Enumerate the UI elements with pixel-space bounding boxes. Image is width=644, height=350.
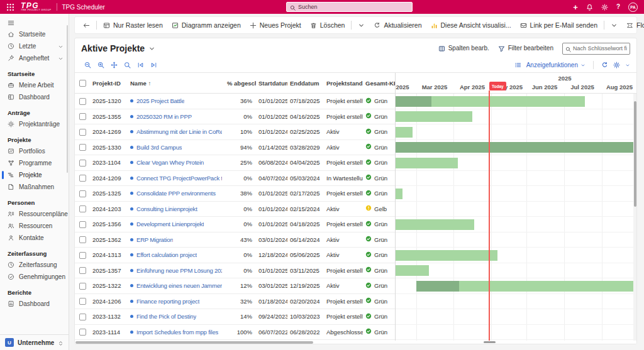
- environment-switcher[interactable]: U Unternehmen: [0, 334, 69, 350]
- refresh-button[interactable]: Aktualisieren: [369, 18, 426, 32]
- project-name-link[interactable]: Effort calculation project: [136, 251, 197, 258]
- sidebar-item-ressourcenpl-ne[interactable]: Ressourcenpläne: [0, 208, 69, 220]
- chevron-down-icon[interactable]: [625, 62, 630, 68]
- table-row[interactable]: 2024-1209Connect TPG ProjectPowerPack to…: [75, 171, 395, 187]
- project-name-link[interactable]: Consolidate PPP environments: [136, 190, 216, 197]
- help-icon[interactable]: ?: [616, 4, 620, 10]
- table-row[interactable]: 2025-1357Einführung neue PPM Lösung 2025…: [75, 263, 395, 279]
- gantt-bar[interactable]: [396, 265, 429, 276]
- table-row[interactable]: 2025-135520250320 RM in PPP0%01/01/20250…: [75, 109, 395, 125]
- column-header-name[interactable]: Name ↑: [128, 80, 225, 87]
- sidebar-item-zeiterfassung[interactable]: Zeiterfassung: [0, 259, 69, 271]
- search-icon[interactable]: [124, 61, 131, 69]
- sidebar-item-meine-arbeit[interactable]: Meine Arbeit: [0, 79, 69, 91]
- gantt-bar[interactable]: [396, 142, 633, 153]
- project-name-link[interactable]: Import Schedules from mpp files: [136, 329, 218, 336]
- project-name-link[interactable]: Find the Pick of Destiny: [136, 313, 196, 320]
- table-row[interactable]: 2025-1356Development Linienprojekt0%01/0…: [75, 217, 395, 232]
- show-diagram-button[interactable]: Diagramm anzeigen: [167, 18, 245, 32]
- table-horizontal-scrollbar[interactable]: [75, 341, 313, 344]
- project-name-link[interactable]: Clear Vegan Whey Protein: [136, 159, 204, 166]
- row-checkbox[interactable]: [79, 160, 86, 167]
- global-search[interactable]: [286, 2, 413, 12]
- row-checkbox[interactable]: [79, 113, 86, 120]
- gantt-bar[interactable]: [396, 96, 585, 107]
- gantt-horizontal-scrollbar[interactable]: [484, 341, 496, 343]
- sidebar-item-startseite[interactable]: Startseite: [0, 28, 69, 40]
- flow-button[interactable]: Flow: [622, 18, 644, 32]
- gantt-bar[interactable]: [396, 158, 458, 168]
- zoom-in-icon[interactable]: [97, 61, 104, 69]
- column-header-gesamt-kpi[interactable]: Gesamt-KPI: [363, 80, 396, 87]
- column-header-projekt-id[interactable]: Projekt-ID: [90, 80, 128, 87]
- project-name-link[interactable]: Development Linienprojekt: [136, 221, 204, 227]
- project-name-link[interactable]: Entwicklung eines neuen Jammers: [136, 282, 222, 289]
- row-checkbox[interactable]: [79, 267, 86, 274]
- sidebar-item-dashboard[interactable]: Dashboard: [0, 298, 69, 310]
- project-name-link[interactable]: Abstimmung mit der Linie in CoReSuite: [136, 128, 222, 135]
- select-all-checkbox[interactable]: [79, 80, 86, 87]
- gantt-bar[interactable]: [416, 281, 633, 292]
- table-row[interactable]: 2024-1269Abstimmung mit der Linie in CoR…: [75, 124, 395, 140]
- sidebar-item-projektantr-ge[interactable]: Projektanträge: [0, 118, 69, 130]
- overflow-chevron-button[interactable]: [353, 18, 369, 32]
- edit-filters-button[interactable]: Filter bearbeiten: [498, 45, 553, 52]
- column-header-enddatum[interactable]: Enddatum: [287, 80, 324, 87]
- sidebar-item-portfolios[interactable]: Portfolios: [0, 145, 69, 157]
- project-name-link[interactable]: 2025 Project Battle: [136, 97, 184, 104]
- visualize-view-button[interactable]: Diese Ansicht visualisi...: [426, 18, 516, 32]
- sidebar-item-programme[interactable]: Programme: [0, 157, 69, 169]
- settings-gear-icon[interactable]: [601, 3, 608, 11]
- table-row[interactable]: 2025-13202025 Project Battle36%01/01/202…: [75, 94, 395, 109]
- row-checkbox[interactable]: [79, 205, 86, 212]
- table-row[interactable]: 2024-1206Finance reporting project32%01/…: [75, 294, 395, 310]
- grid-only-button[interactable]: Nur Raster lesen: [99, 18, 167, 32]
- table-row[interactable]: 2023-1104Clear Vegan Whey Protein25%06/0…: [75, 155, 395, 171]
- project-name-link[interactable]: 20250320 RM in PPP: [136, 113, 192, 120]
- hamburger-menu-icon[interactable]: [0, 16, 69, 28]
- gantt-bar[interactable]: [396, 219, 474, 230]
- row-checkbox[interactable]: [79, 175, 86, 182]
- sidebar-item-genehmigungen[interactable]: Genehmigungen: [0, 271, 69, 283]
- gantt-bar[interactable]: [396, 111, 472, 122]
- sidebar-item-projekte[interactable]: Projekte: [0, 169, 69, 181]
- sidebar-item-kontakte[interactable]: Kontakte: [0, 232, 69, 244]
- sidebar-item-angeheftet[interactable]: Angeheftet: [0, 52, 69, 64]
- row-checkbox[interactable]: [79, 236, 86, 243]
- new-project-button[interactable]: Neues Projekt: [245, 18, 306, 32]
- pan-icon[interactable]: [111, 61, 118, 69]
- project-name-link[interactable]: Consulting Linienprojekt: [136, 205, 197, 212]
- row-checkbox[interactable]: [79, 329, 86, 336]
- sidebar-item-ma-nahmen[interactable]: Maßnahmen: [0, 181, 69, 193]
- table-row[interactable]: 2024-1313Effort calculation project0%12/…: [75, 248, 395, 263]
- email-chevron-button[interactable]: [606, 18, 622, 32]
- quick-create-button[interactable]: +: [573, 3, 578, 11]
- table-row[interactable]: 2025-1330Build 3rd Campus94%01/14/202503…: [75, 140, 395, 156]
- sidebar-scrollbar[interactable]: [67, 25, 69, 173]
- delete-button[interactable]: Löschen: [306, 18, 350, 32]
- row-checkbox[interactable]: [79, 298, 86, 305]
- gantt-settings-icon[interactable]: [613, 61, 620, 68]
- view-selector-chevron-icon[interactable]: [148, 45, 155, 53]
- edit-columns-button[interactable]: Spalten bearb.: [438, 45, 489, 52]
- waffle-icon[interactable]: [6, 3, 14, 11]
- skip-end-icon[interactable]: [150, 61, 157, 69]
- table-row[interactable]: 2025-1325Consolidate PPP environments38%…: [75, 186, 395, 202]
- sidebar-item-ressourcen[interactable]: Ressourcen: [0, 220, 69, 232]
- sidebar-item-letzte[interactable]: Letzte: [0, 40, 69, 52]
- gantt-refresh-icon[interactable]: [601, 61, 608, 68]
- row-checkbox[interactable]: [79, 129, 86, 136]
- row-checkbox[interactable]: [79, 190, 86, 197]
- sidebar-item-dashboard[interactable]: Dashboard: [0, 91, 69, 103]
- user-avatar[interactable]: PA: [628, 3, 638, 12]
- email-link-button[interactable]: Link per E-Mail senden: [516, 18, 602, 32]
- back-button[interactable]: [79, 18, 94, 32]
- table-row[interactable]: 2023-1114Import Schedules from mpp files…: [75, 325, 395, 341]
- display-options-button[interactable]: Anzeigefunktionen: [526, 62, 586, 68]
- table-row[interactable]: 2024-1203Consulting Linienprojekt0%01/01…: [75, 202, 395, 217]
- project-name-link[interactable]: Finance reporting project: [136, 298, 199, 305]
- gantt-bar[interactable]: [396, 189, 402, 199]
- column-header-projektstand[interactable]: Projektstand: [324, 80, 363, 87]
- project-name-link[interactable]: ERP Migration: [136, 236, 173, 243]
- column-header-startdatum[interactable]: Startdatum: [256, 80, 287, 87]
